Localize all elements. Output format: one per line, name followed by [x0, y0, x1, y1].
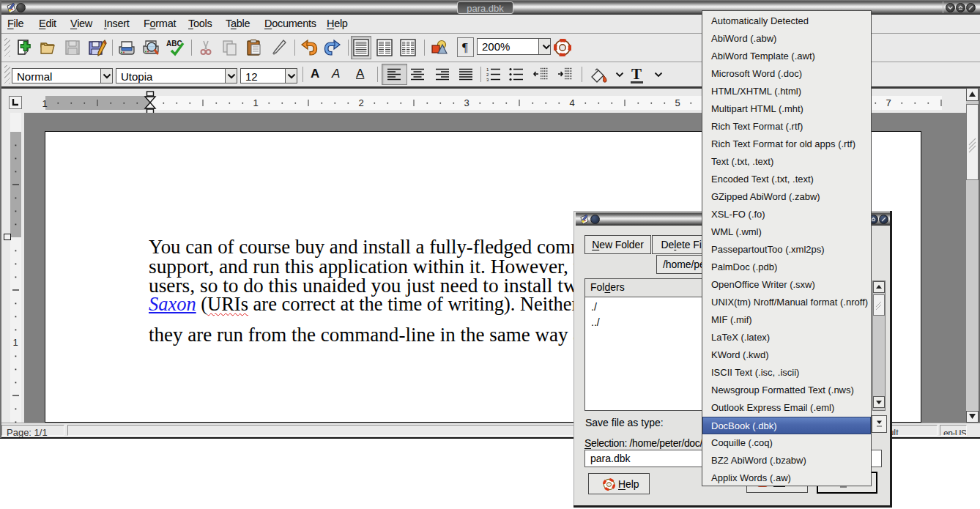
- svg-text:7: 7: [886, 97, 891, 108]
- svg-text:2: 2: [358, 97, 363, 108]
- svg-text:3: 3: [486, 78, 489, 81]
- svg-text:3: 3: [464, 97, 469, 108]
- svg-text:1: 1: [12, 337, 18, 348]
- svg-text:5: 5: [675, 97, 680, 108]
- svg-text:4: 4: [569, 97, 574, 108]
- svg-text:1: 1: [486, 67, 489, 72]
- svg-text:1: 1: [253, 97, 258, 108]
- svg-text:2: 2: [486, 73, 489, 77]
